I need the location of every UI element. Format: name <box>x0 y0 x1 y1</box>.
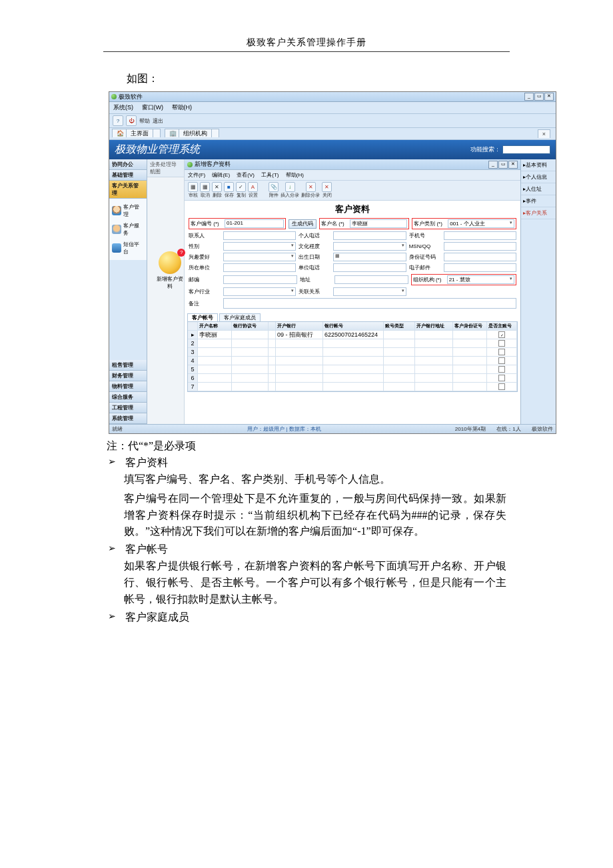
exit-icon[interactable]: ⏻ <box>126 115 137 126</box>
status-center: 用户：超级用户 | 数据库：本机 <box>247 425 321 433</box>
nav-tree-header: 业务处理导航图 <box>147 159 185 177</box>
org-select[interactable]: 21 - 慧致 <box>447 275 514 284</box>
fmenu-view[interactable]: 查看(V) <box>237 172 255 178</box>
minimize-icon[interactable]: _ <box>524 93 534 101</box>
sms-icon <box>112 243 121 253</box>
child-close-icon[interactable]: ✕ <box>508 161 518 169</box>
menu-window[interactable]: 窗口(W) <box>142 104 164 111</box>
form-grid: 客户编号 (*) 01-201 生成代码 客户名 (*) 李晓丽 客户类别 (*… <box>185 217 520 312</box>
fmenu-help[interactable]: 帮助(H) <box>286 172 304 178</box>
nav-sect-general[interactable]: 综合服务 <box>109 392 147 403</box>
tb-insert-row[interactable]: ↓插入分录 <box>281 182 299 199</box>
field-customer-code: 客户编号 (*) 01-201 <box>189 218 286 229</box>
msn-input[interactable] <box>444 242 516 251</box>
nav-item-customer-mgmt[interactable]: 客户管理 <box>111 201 145 220</box>
tb-settings[interactable]: A设置 <box>248 182 258 199</box>
close-form-icon: ✕ <box>322 182 332 192</box>
tb-cancel[interactable]: ▦取消 <box>200 182 210 199</box>
related-select[interactable] <box>333 287 406 296</box>
fmenu-file[interactable]: 文件(F) <box>188 172 205 178</box>
rnav-personal[interactable]: ▸个人信息 <box>521 171 556 183</box>
nav-sect-base[interactable]: 基础管理 <box>109 170 147 181</box>
tab-main[interactable]: 🏠 主界面 <box>112 129 161 137</box>
customer-name-input[interactable]: 李晓丽 <box>350 219 407 228</box>
nav-sect-crm[interactable]: 客户关系管理 <box>109 181 147 199</box>
industry-select[interactable] <box>223 287 296 296</box>
table-row[interactable]: 6 <box>188 374 517 383</box>
company-input[interactable] <box>223 263 296 272</box>
child-max-icon[interactable]: ▭ <box>498 161 508 169</box>
ctel-input[interactable] <box>333 263 406 272</box>
tab-close-icon[interactable]: × <box>538 129 550 138</box>
tb-attach[interactable]: 📎附件 <box>269 182 279 199</box>
maximize-icon[interactable]: ▭ <box>534 93 544 101</box>
table-row[interactable]: 2 <box>188 339 517 348</box>
customer-code-input[interactable]: 01-201 <box>225 219 284 228</box>
para-customer-info-2: 客户编号在同一个管理处下是不允许重复的，一般与房间代码保持一致。如果新增客户资料… <box>124 491 506 540</box>
lbl-sex: 性别 <box>189 243 221 250</box>
tb-copy[interactable]: ✓复制 <box>236 182 246 199</box>
table-row[interactable]: 5 <box>188 365 517 374</box>
child-app-icon <box>187 162 193 167</box>
sex-select[interactable] <box>223 242 296 251</box>
lbl-email: 电子邮件 <box>409 264 441 271</box>
nav-sect-collab[interactable]: 协同办公 <box>109 159 147 170</box>
table-row[interactable]: ▸ 李晓丽 09 - 招商银行 6225007021465224 ✓ <box>188 331 517 339</box>
rnav-address[interactable]: ▸人住址 <box>521 183 556 195</box>
lbl-remark: 备注 <box>189 300 221 307</box>
tab-family-members[interactable]: 客户家庭成员 <box>219 313 261 321</box>
email-input[interactable] <box>444 263 516 272</box>
add-customer-icon[interactable]: 新增客户资料 <box>157 251 185 290</box>
tb-save[interactable]: ■保存 <box>224 182 234 199</box>
main-toolbar: ? ⏻ 帮助 退出 <box>109 114 556 128</box>
zip-input[interactable] <box>223 275 297 284</box>
menu-help[interactable]: 帮助(H) <box>172 104 193 111</box>
tb-audit[interactable]: ▦审核 <box>188 182 198 199</box>
rnav-basic[interactable]: ▸基本资料 <box>521 159 556 171</box>
tb-close[interactable]: ✕关闭 <box>322 182 332 199</box>
generate-code-button[interactable]: 生成代码 <box>289 219 316 229</box>
tab-org[interactable]: 🏢 组织机构 <box>165 129 219 137</box>
customer-type-select[interactable]: 001 - 个人业主 <box>448 219 514 228</box>
fmenu-edit[interactable]: 编辑(E) <box>212 172 230 178</box>
mobile-input[interactable] <box>444 231 516 240</box>
nav-sect-material[interactable]: 物料管理 <box>109 381 147 392</box>
nav-item-sms[interactable]: 短信平台 <box>111 239 145 257</box>
nav-item-customer-service[interactable]: 客户服务 <box>111 220 145 239</box>
main-account-checkbox[interactable]: ✓ <box>498 331 505 338</box>
child-min-icon[interactable]: _ <box>488 161 498 169</box>
contact-input[interactable] <box>223 231 296 240</box>
table-row[interactable]: 3 <box>188 348 517 357</box>
hobby-select[interactable] <box>223 253 296 261</box>
para-customer-info-1: 填写客户编号、客户名、客户类别、手机号等个人信息。 <box>124 471 506 488</box>
bullet-arrow-icon: ➢ <box>107 456 125 470</box>
nav-sect-project[interactable]: 工程管理 <box>109 403 147 413</box>
tb-delete[interactable]: ✕删除 <box>212 182 222 199</box>
idcard-input[interactable] <box>444 253 516 261</box>
edu-select[interactable] <box>333 242 406 251</box>
help-icon[interactable]: ? <box>113 115 123 126</box>
search-input[interactable] <box>502 145 550 154</box>
nav-sect-rent[interactable]: 租售管理 <box>109 360 147 371</box>
rnav-events[interactable]: ▸事件 <box>521 195 556 207</box>
lbl-idcard: 身份证号码 <box>409 253 441 261</box>
nav-sect-system[interactable]: 系统管理 <box>109 413 147 424</box>
tb-del-row[interactable]: ✕删除分录 <box>301 182 320 199</box>
tab-bank-accounts[interactable]: 客户帐号 <box>187 313 218 321</box>
remark-input[interactable] <box>223 298 516 309</box>
del-row-icon: ✕ <box>306 182 316 192</box>
tel-input[interactable] <box>333 231 406 240</box>
table-row[interactable]: 7 <box>188 383 517 391</box>
toolbar-help-label: 帮助 <box>139 117 150 125</box>
bullet-arrow-icon: ➢ <box>107 543 125 557</box>
table-row[interactable]: 4 <box>188 357 517 365</box>
birth-date-input[interactable] <box>333 253 406 261</box>
menu-system[interactable]: 系统(S) <box>113 104 133 111</box>
rnav-relations[interactable]: ▸客户关系 <box>521 207 556 219</box>
bullet-customer-info: ➢ 客户资料 <box>107 456 506 470</box>
lbl-hobby: 兴趣爱好 <box>189 253 221 261</box>
fmenu-tool[interactable]: 工具(T) <box>261 172 279 178</box>
close-icon[interactable]: ✕ <box>544 93 554 101</box>
addr-input[interactable] <box>334 275 408 284</box>
nav-sect-finance[interactable]: 财务管理 <box>109 371 147 381</box>
